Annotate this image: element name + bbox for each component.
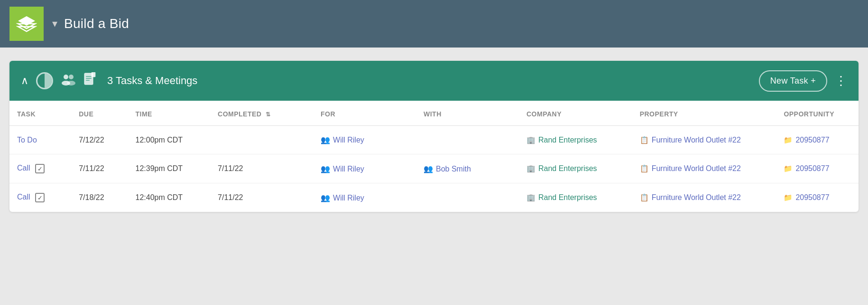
task-for: 👥Will Riley — [313, 154, 416, 183]
tasks-count: 3 Tasks & Meetings — [107, 75, 197, 87]
task-opportunity: 📁20950877 — [776, 183, 859, 212]
task-type-label[interactable]: To Do — [17, 136, 37, 144]
property-icon: 📋 — [640, 193, 649, 201]
task-opportunity: 📁20950877 — [776, 126, 859, 154]
col-header-for: FOR — [313, 101, 416, 126]
top-header: ▾ Build a Bid — [0, 0, 868, 48]
property-link[interactable]: Furniture World Outlet #22 — [652, 193, 741, 201]
company-link[interactable]: Rand Enterprises — [538, 164, 597, 172]
task-completed: 7/11/22 — [210, 183, 313, 212]
task-property: 📋Furniture World Outlet #22 — [632, 154, 776, 183]
property-link[interactable]: Furniture World Outlet #22 — [652, 136, 741, 144]
property-link[interactable]: Furniture World Outlet #22 — [652, 164, 741, 172]
tasks-header: ∧ — [9, 61, 859, 101]
col-header-property: PROPERTY — [632, 101, 776, 126]
task-with — [416, 183, 519, 212]
company-icon: 🏢 — [526, 193, 536, 201]
col-header-company: COMPANY — [519, 101, 632, 126]
task-company: 🏢Rand Enterprises — [519, 183, 632, 212]
header-chevron-icon[interactable]: ▾ — [52, 18, 57, 30]
opportunity-link[interactable]: 20950877 — [795, 136, 829, 144]
tasks-header-right: New Task + ⋮ — [759, 70, 847, 92]
col-header-time: TIME — [128, 101, 211, 126]
new-task-button[interactable]: New Task + — [759, 70, 827, 92]
col-header-completed[interactable]: COMPLETED ⇅ — [210, 101, 313, 126]
person-icon: 👥 — [321, 194, 330, 202]
task-with — [416, 126, 519, 154]
folder-icon: 📁 — [784, 164, 793, 172]
task-for: 👥Will Riley — [313, 183, 416, 212]
col-header-task: TASK — [9, 101, 71, 126]
person-icon: 👥 — [424, 165, 433, 173]
table-header: TASK DUE TIME COMPLETED ⇅ FOR — [9, 101, 859, 126]
svg-point-4 — [69, 75, 74, 79]
task-type-label[interactable]: Call — [17, 164, 30, 172]
opportunity-link[interactable]: 20950877 — [795, 164, 829, 172]
task-type-label[interactable]: Call — [17, 193, 30, 201]
table-row: To Do7/12/2212:00pm CDT👥Will Riley🏢Rand … — [9, 126, 859, 154]
sort-icon: ⇅ — [266, 111, 271, 118]
for-person-link[interactable]: Will Riley — [333, 136, 364, 144]
svg-point-3 — [64, 75, 68, 79]
task-for: 👥Will Riley — [313, 126, 416, 154]
task-property: 📋Furniture World Outlet #22 — [632, 183, 776, 212]
with-person-link[interactable]: Bob Smith — [436, 165, 471, 173]
task-due: 7/11/22 — [71, 154, 128, 183]
tasks-header-left: ∧ — [21, 72, 759, 90]
collapse-icon[interactable]: ∧ — [21, 75, 28, 87]
task-company: 🏢Rand Enterprises — [519, 154, 632, 183]
timer-icon[interactable] — [36, 72, 53, 89]
svg-rect-9 — [86, 78, 92, 79]
property-icon: 📋 — [640, 136, 649, 144]
logo — [9, 7, 44, 41]
more-options-button[interactable]: ⋮ — [835, 75, 847, 87]
company-icon: 🏢 — [526, 136, 536, 144]
col-header-with: WITH — [416, 101, 519, 126]
property-icon: 📋 — [640, 164, 649, 172]
people-icon[interactable] — [61, 73, 76, 89]
tasks-panel: ∧ — [9, 61, 859, 212]
layers-icon — [16, 13, 37, 34]
task-time: 12:39pm CDT — [128, 154, 211, 183]
task-time: 12:40pm CDT — [128, 183, 211, 212]
col-header-due: DUE — [71, 101, 128, 126]
svg-point-6 — [67, 81, 75, 86]
table-row: Call ✓7/11/2212:39pm CDT7/11/22👥Will Ril… — [9, 154, 859, 183]
person-icon: 👥 — [321, 136, 330, 144]
task-check-icon[interactable]: ✓ — [35, 164, 45, 173]
company-icon: 🏢 — [526, 164, 536, 172]
company-link[interactable]: Rand Enterprises — [538, 193, 597, 201]
opportunity-link[interactable]: 20950877 — [795, 193, 829, 201]
task-with: 👥Bob Smith — [416, 154, 519, 183]
task-due: 7/18/22 — [71, 183, 128, 212]
for-person-link[interactable]: Will Riley — [333, 165, 364, 173]
task-completed: 7/11/22 — [210, 154, 313, 183]
for-person-link[interactable]: Will Riley — [333, 194, 364, 202]
task-time: 12:00pm CDT — [128, 126, 211, 154]
task-property: 📋Furniture World Outlet #22 — [632, 126, 776, 154]
svg-rect-11 — [92, 72, 95, 77]
main-content: ∧ — [0, 48, 868, 221]
tasks-table: TASK DUE TIME COMPLETED ⇅ FOR — [9, 101, 859, 212]
folder-icon: 📁 — [784, 193, 793, 201]
svg-rect-10 — [86, 80, 90, 81]
svg-rect-8 — [86, 76, 92, 77]
col-header-opportunity: OPPORTUNITY — [776, 101, 859, 126]
folder-icon: 📁 — [784, 136, 793, 144]
person-icon: 👥 — [321, 165, 330, 173]
table-row: Call ✓7/18/2212:40pm CDT7/11/22👥Will Ril… — [9, 183, 859, 212]
task-check-icon[interactable]: ✓ — [35, 193, 45, 202]
task-opportunity: 📁20950877 — [776, 154, 859, 183]
task-due: 7/12/22 — [71, 126, 128, 154]
task-company: 🏢Rand Enterprises — [519, 126, 632, 154]
page-title: Build a Bid — [64, 16, 129, 31]
document-icon[interactable] — [83, 72, 96, 90]
task-completed — [210, 126, 313, 154]
company-link[interactable]: Rand Enterprises — [538, 136, 597, 144]
table-body: To Do7/12/2212:00pm CDT👥Will Riley🏢Rand … — [9, 126, 859, 212]
